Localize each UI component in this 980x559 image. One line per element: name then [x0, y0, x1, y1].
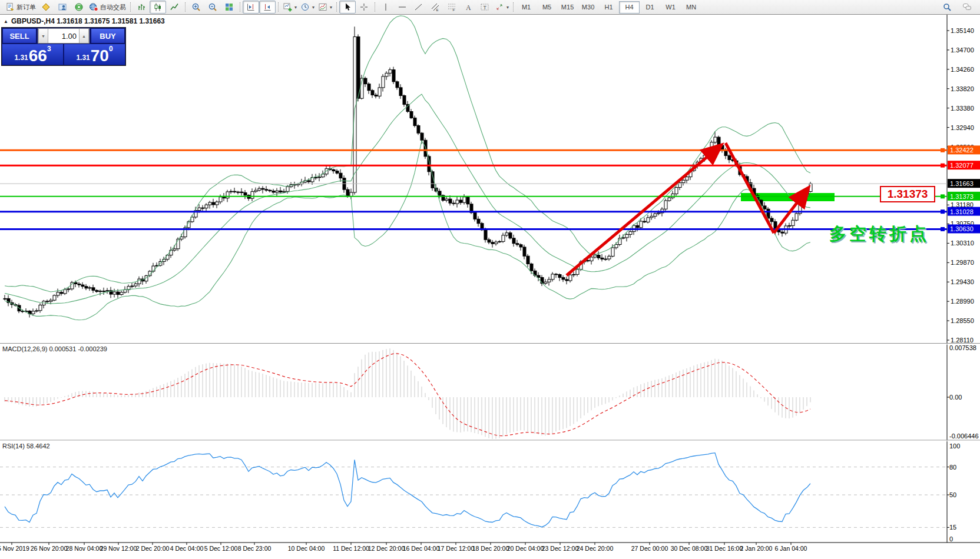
line-chart-icon [170, 2, 179, 12]
chat-button[interactable] [959, 1, 975, 14]
toolbar-group: ▾▾▾ [277, 0, 336, 14]
axis-tick-label: 5 Dec 12:00 [204, 545, 238, 552]
axis-tick-label: 100 [949, 442, 960, 450]
horizontal-line-button[interactable] [394, 1, 410, 14]
hline-handle[interactable] [941, 209, 945, 214]
axis-tick-label: 0.00 [949, 394, 962, 401]
line-chart-button[interactable] [166, 1, 183, 14]
bollinger-lower [5, 141, 810, 320]
chart-window[interactable]: 1.351401.347001.342601.338201.333801.329… [0, 14, 980, 559]
signal-button[interactable] [71, 1, 87, 14]
volume-value[interactable]: 1.00 [48, 29, 79, 43]
svg-text:E: E [436, 8, 439, 12]
axis-tick-label: 29 Nov 12:00 [100, 545, 137, 552]
chart-shift-button[interactable] [243, 1, 259, 14]
tile-windows-button[interactable] [221, 1, 237, 14]
sell-button[interactable]: SELL [2, 28, 37, 44]
templates-button[interactable]: ▾ [316, 1, 334, 14]
bar-chart-button[interactable] [133, 1, 150, 14]
signal-icon [74, 2, 84, 12]
sell-price[interactable]: 1.31 66 3 [2, 44, 63, 65]
collapse-icon[interactable]: ▲ [4, 19, 8, 24]
price-chart[interactable]: 1.351401.347001.342601.338201.333801.329… [0, 14, 980, 559]
timeframe-m15[interactable]: M15 [557, 1, 578, 14]
hline-handle[interactable] [941, 227, 945, 231]
trendline-button[interactable] [410, 1, 427, 14]
autotrading-icon [89, 2, 98, 12]
chart-gallery-button[interactable] [38, 1, 54, 14]
axis-tick-label: 12 Dec 20:00 [368, 545, 405, 552]
fibonacci-button[interactable]: F [443, 1, 460, 14]
vertical-line-icon [381, 2, 390, 12]
timeframe-m30[interactable]: M30 [578, 1, 598, 14]
hline-handle[interactable] [941, 148, 945, 152]
axis-tick-label: 0 [949, 535, 953, 543]
timeframe-mn[interactable]: MN [681, 1, 701, 14]
toolbar: 新订单自动交易▾▾▾EFAT▾ M1M5M15M30H1H4D1W1MN [0, 0, 980, 15]
chart-shift-icon [246, 2, 256, 12]
cursor-button[interactable] [339, 1, 356, 14]
timeframe-w1[interactable]: W1 [660, 1, 681, 14]
axis-tick-label: 50 [949, 491, 956, 498]
label-button[interactable]: T [476, 1, 493, 14]
channel-icon: E [431, 2, 440, 12]
price-callout-box[interactable]: 1.31373 [880, 186, 935, 202]
volume-down-button[interactable]: ▼ [38, 29, 48, 43]
timeframe-h1[interactable]: H1 [598, 1, 619, 14]
buy-button[interactable]: BUY [91, 28, 125, 44]
timeframe-m1[interactable]: M1 [516, 1, 537, 14]
timeframe-m5[interactable]: M5 [537, 1, 557, 14]
axis-tick-label: 26 Nov 20:00 [31, 545, 68, 552]
volume-up-button[interactable]: ▲ [79, 29, 89, 43]
arrows-button[interactable]: ▾ [493, 1, 511, 14]
autotrading-button-label: 自动交易 [100, 3, 126, 12]
axis-tick-label: 1.29430 [951, 278, 974, 285]
channel-button[interactable]: E [427, 1, 443, 14]
text-button[interactable]: A [460, 1, 476, 14]
auto-scroll-button[interactable] [259, 1, 276, 14]
symbol-ohlc-text: GBPUSD-,H4 1.31618 1.31675 1.31581 1.316… [11, 17, 165, 25]
axis-tick-label: 8 Dec 23:00 [238, 545, 272, 552]
axis-tick-label: 4 Dec 04:00 [170, 545, 204, 552]
axis-tick-label: 18 Dec 20:00 [472, 545, 509, 552]
one-click-trading-panel: SELL ▼ 1.00 ▲ BUY 1.31 66 3 1.31 70 0 [1, 27, 126, 66]
timeframe-h4[interactable]: H4 [619, 1, 640, 14]
chevron-down-icon: ▾ [330, 5, 332, 10]
axis-tick-label: 10 Dec 04:00 [288, 545, 325, 552]
axis-tick-label: 24 Dec 20:00 [577, 545, 614, 552]
zoom-out-button[interactable] [204, 1, 221, 14]
profile-button[interactable] [54, 1, 71, 14]
trend-arrows[interactable] [567, 143, 808, 275]
new-chart-button[interactable]: ▾ [281, 1, 299, 14]
fibonacci-icon: F [447, 2, 456, 12]
periods-button[interactable]: ▾ [299, 1, 316, 14]
hline-handle[interactable] [941, 194, 945, 198]
x-axis: 25 Nov 201926 Nov 20:0028 Nov 04:0029 No… [0, 543, 807, 552]
macd-label: MACD(12,26,9) 0.000531 -0.000239 [2, 345, 107, 352]
chevron-down-icon: ▾ [312, 5, 314, 10]
crosshair-button[interactable] [356, 1, 372, 14]
toolbar-group [184, 0, 239, 14]
new-order-button[interactable]: 新订单 [4, 1, 38, 14]
volume-stepper[interactable]: ▼ 1.00 ▲ [38, 28, 90, 44]
timeframe-d1[interactable]: D1 [640, 1, 660, 14]
svg-text:T: T [484, 5, 487, 11]
buy-price[interactable]: 1.31 70 0 [64, 44, 125, 65]
axis-tick-label: 1.32077 [950, 162, 974, 169]
trend-arrow[interactable] [726, 143, 774, 233]
buy-price-prefix: 1.31 [76, 54, 90, 62]
annotation-text[interactable]: 多空转折点 [829, 222, 929, 246]
axis-tick-label: 30 Dec 08:00 [671, 545, 708, 552]
axis-tick-label: 1.28110 [951, 337, 974, 344]
hline-handle[interactable] [941, 164, 945, 168]
zoom-in-icon [191, 2, 201, 12]
vertical-line-button[interactable] [378, 1, 394, 14]
axis-tick-label: 0.007538 [949, 344, 976, 351]
axis-tick-label: 1.32940 [951, 124, 974, 131]
candlestick-button[interactable] [150, 1, 166, 14]
sell-price-big: 66 [29, 48, 47, 64]
axis-tick-label: 1.29870 [951, 259, 974, 266]
search-button[interactable] [939, 1, 955, 14]
zoom-in-button[interactable] [188, 1, 204, 14]
autotrading-button[interactable]: 自动交易 [87, 1, 128, 14]
